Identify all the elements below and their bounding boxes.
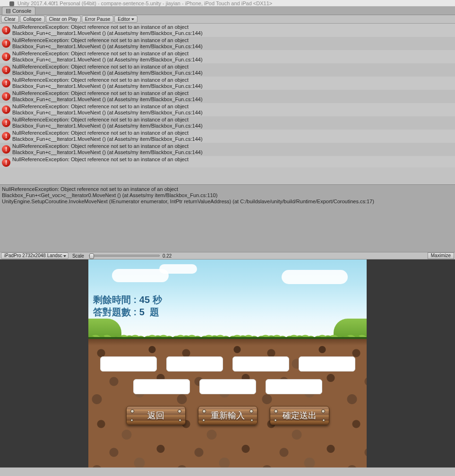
log-text: NullReferenceException: Object reference… <box>12 104 203 116</box>
time-unit: 秒 <box>153 294 162 305</box>
game-canvas[interactable]: 剩餘時間 : 45 秒 答對題數 : 5 題 返回 重新輸入 <box>88 260 367 467</box>
time-row: 剩餘時間 : 45 秒 <box>93 294 162 306</box>
back-label: 返回 <box>147 410 164 421</box>
log-entry[interactable]: NullReferenceException: Object reference… <box>0 156 455 167</box>
log-text: NullReferenceException: Object reference… <box>12 130 203 142</box>
log-text: NullReferenceException: Object reference… <box>12 77 203 89</box>
console-detail[interactable]: NullReferenceException: Object reference… <box>0 184 455 252</box>
submit-button[interactable]: 確定送出 <box>270 406 329 425</box>
slider-thumb[interactable] <box>89 253 94 259</box>
log-entry[interactable]: NullReferenceException: Object reference… <box>0 24 455 37</box>
tab-menu-icon <box>6 9 10 13</box>
hud: 剩餘時間 : 45 秒 答對題數 : 5 題 <box>93 294 162 318</box>
log-text: NullReferenceException: Object reference… <box>12 64 203 76</box>
answer-slot[interactable] <box>232 356 289 372</box>
log-entry[interactable]: NullReferenceException: Object reference… <box>0 90 455 103</box>
maximize-button[interactable]: Maximize <box>428 252 454 259</box>
error-icon <box>2 66 10 74</box>
console-toolbar: Clear Collapse Clear on Play Error Pause… <box>0 15 455 24</box>
error-icon <box>2 26 10 35</box>
game-view: 剩餘時間 : 45 秒 答對題數 : 5 題 返回 重新輸入 <box>0 260 455 467</box>
cloud <box>159 264 197 274</box>
log-entry[interactable]: NullReferenceException: Object reference… <box>0 103 455 116</box>
answer-slot[interactable] <box>266 379 322 394</box>
error-icon <box>2 105 10 114</box>
log-entry[interactable]: NullReferenceException: Object reference… <box>0 116 455 130</box>
unity-icon <box>9 1 14 6</box>
error-icon <box>2 92 10 101</box>
answer-slot[interactable] <box>166 356 223 372</box>
reset-button[interactable]: 重新輸入 <box>198 406 258 425</box>
log-text: NullReferenceException: Object reference… <box>12 117 203 129</box>
console-panel: Console Clear Collapse Clear on Play Err… <box>0 7 455 252</box>
tab-console[interactable]: Console <box>2 7 35 15</box>
scale-label: Scale <box>72 253 84 259</box>
back-button[interactable]: 返回 <box>126 406 186 425</box>
log-text: NullReferenceException: Object reference… <box>12 37 203 50</box>
score-row: 答對題數 : 5 題 <box>93 306 162 318</box>
time-value: 45 <box>139 294 150 305</box>
answer-slot[interactable] <box>100 356 157 372</box>
score-label: 答對題數 : <box>93 307 137 317</box>
grass-strip <box>88 321 367 341</box>
log-text: NullReferenceException: Object reference… <box>12 90 203 103</box>
error-icon <box>2 39 10 48</box>
log-text: NullReferenceException: Object reference… <box>12 51 203 63</box>
tab-label: Console <box>12 7 31 15</box>
wood-button-bar: 返回 重新輸入 確定送出 <box>88 406 367 425</box>
clear-button[interactable]: Clear <box>1 16 19 23</box>
error-icon <box>2 52 10 61</box>
error-pause-button[interactable]: Error Pause <box>82 16 113 23</box>
cloud <box>282 270 348 284</box>
aspect-dropdown[interactable]: iPadPro 2732x2048 Landsc <box>1 252 69 259</box>
score-value: 5 <box>139 307 145 317</box>
error-icon <box>2 119 10 127</box>
console-log-list[interactable]: NullReferenceException: Object reference… <box>0 24 455 184</box>
score-unit: 題 <box>150 307 159 317</box>
answer-slot[interactable] <box>133 379 190 394</box>
log-text: NullReferenceException: Object reference… <box>12 24 203 36</box>
collapse-button[interactable]: Collapse <box>20 16 45 23</box>
log-text: NullReferenceException: Object reference… <box>12 143 203 156</box>
clear-on-play-button[interactable]: Clear on Play <box>46 16 81 23</box>
time-label: 剩餘時間 : <box>93 294 137 305</box>
editor-dropdown[interactable]: Editor <box>114 16 137 23</box>
error-icon <box>2 145 10 154</box>
log-entry[interactable]: NullReferenceException: Object reference… <box>0 77 455 90</box>
window-titlebar: Unity 2017.4.40f1 Personal (64bit) - com… <box>0 0 455 7</box>
scale-slider[interactable] <box>89 255 160 257</box>
reset-label: 重新輸入 <box>211 410 245 421</box>
error-icon <box>2 132 10 140</box>
log-text: NullReferenceException: Object reference… <box>12 156 189 163</box>
answer-slot[interactable] <box>299 356 355 372</box>
log-entry[interactable]: NullReferenceException: Object reference… <box>0 143 455 156</box>
error-icon <box>2 158 10 167</box>
log-entry[interactable]: NullReferenceException: Object reference… <box>0 130 455 143</box>
answer-slot[interactable] <box>199 379 256 394</box>
log-entry[interactable]: NullReferenceException: Object reference… <box>0 50 455 63</box>
log-entry[interactable]: NullReferenceException: Object reference… <box>0 63 455 77</box>
submit-label: 確定送出 <box>283 410 317 421</box>
answer-slots <box>88 356 367 394</box>
window-title: Unity 2017.4.40f1 Personal (64bit) - com… <box>17 0 272 6</box>
log-entry[interactable]: NullReferenceException: Object reference… <box>0 37 455 50</box>
scale-value: 0.22 <box>163 253 172 259</box>
panel-tabs: Console <box>0 7 455 15</box>
error-icon <box>2 79 10 87</box>
game-view-toolbar: iPadPro 2732x2048 Landsc Scale 0.22 Maxi… <box>0 252 455 260</box>
